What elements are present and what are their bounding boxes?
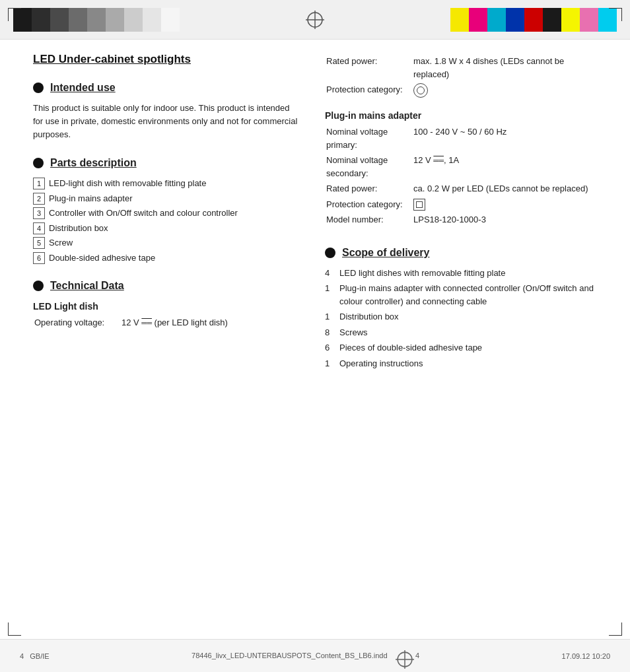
list-item: 1 Operating instructions [325, 357, 604, 370]
crosshair-footer-icon [396, 650, 407, 662]
technical-data-heading: Technical Data [33, 280, 298, 292]
nom-volt-secondary-label: Nominal voltagesecondary: [326, 153, 412, 180]
swatch-light2 [124, 8, 143, 32]
scope-heading: Scope of delivery [325, 247, 604, 259]
rated-power-value: max. 1.8 W x 4 dishes (LEDs cannot be re… [413, 54, 602, 81]
led-light-dish-subtitle: LED Light dish Operating voltage: 12 V ═… [33, 301, 298, 331]
list-item: 1 LED-light dish with removable fitting … [33, 177, 298, 190]
footer-page-info: 4 GB/IE [20, 652, 50, 660]
qty: 1 [325, 357, 339, 370]
list-item: 4 LED light dishes with removable fittin… [325, 267, 604, 280]
scope-list: 4 LED light dishes with removable fittin… [325, 267, 604, 370]
item-number: 5 [33, 237, 45, 249]
nom-volt-secondary-value: 12 V ══, 1A [413, 153, 602, 180]
main-content: LED Under-cabinet spotlights Intended us… [0, 40, 630, 379]
bullet-circle-icon-4 [325, 248, 335, 258]
model-number-value: LPS18-120-1000-3 [413, 213, 602, 227]
item-number: 1 [33, 178, 45, 189]
rated-power-label: Rated power: [326, 54, 412, 81]
protection-cat-value [413, 83, 602, 98]
swatch-mid1 [69, 8, 87, 32]
page-number: 4 [20, 652, 24, 660]
swatch-magenta [469, 8, 487, 32]
corner-mark-br [609, 622, 622, 636]
left-column: LED Under-cabinet spotlights Intended us… [33, 53, 318, 372]
parts-list: 1 LED-light dish with removable fitting … [33, 177, 298, 264]
table-row: Operating voltage: 12 V ══ (per LED ligh… [34, 316, 297, 330]
item-text: Distribution box [339, 310, 399, 323]
list-item: 1 Distribution box [325, 310, 604, 323]
parts-description-heading: Parts description [33, 157, 298, 169]
technical-data-section: Technical Data LED Light dish Operating … [33, 280, 298, 331]
footer-locale: GB/IE [30, 652, 49, 660]
item-text: Distribution box [49, 222, 108, 235]
item-text: Screws [339, 326, 368, 339]
swatches-left [13, 8, 180, 32]
led-dish-right-table: Rated power: max. 1.8 W x 4 dishes (LEDs… [325, 53, 604, 100]
corner-mark-bl [8, 622, 21, 636]
item-text: Operating instructions [339, 357, 423, 370]
op-voltage-label: Operating voltage: [34, 316, 120, 330]
list-item: 4 Distribution box [33, 222, 298, 235]
top-color-bar [0, 0, 630, 40]
footer-bar: 4 GB/IE 78446_livx_LED-UNTERBAUSPOTS_Con… [0, 639, 630, 672]
page-title: LED Under-cabinet spotlights [33, 53, 298, 66]
intended-use-body: This product is suitable only for indoor… [33, 102, 298, 141]
intended-use-heading: Intended use [33, 82, 298, 94]
led-dish-right-specs: Rated power: max. 1.8 W x 4 dishes (LEDs… [325, 53, 604, 100]
bullet-circle-icon-3 [33, 281, 44, 291]
rated-power-value-2: ca. 0.2 W per LED (LEDs cannot be replac… [413, 182, 602, 196]
bullet-circle-icon [33, 83, 44, 93]
item-text: Screw [49, 236, 73, 250]
list-item: 5 Screw [33, 236, 298, 250]
footer-page-num2: 4 [415, 651, 419, 659]
nom-volt-primary-label: Nominal voltageprimary: [326, 125, 412, 152]
footer-center: 78446_livx_LED-UNTERBAUSPOTS_Content_BS_… [192, 650, 419, 662]
swatch-blue [506, 8, 524, 32]
swatch-yellow2 [561, 8, 580, 32]
scope-of-delivery-section: Scope of delivery 4 LED light dishes wit… [325, 247, 604, 370]
swatch-pink [580, 8, 598, 32]
corner-mark-tl [8, 8, 21, 21]
swatch-yellow [450, 8, 469, 32]
qty: 1 [325, 282, 339, 295]
model-number-label: Model number: [326, 213, 412, 227]
table-row: Nominal voltagesecondary: 12 V ══, 1A [326, 153, 602, 180]
table-row: Model number: LPS18-120-1000-3 [326, 213, 602, 227]
corner-mark-tr [609, 8, 622, 21]
protection-cat-value-2 [413, 197, 602, 212]
item-text: Controller with On/Off switch and colour… [49, 207, 238, 220]
swatch-white [161, 8, 180, 32]
swatch-lighter [143, 8, 161, 32]
list-item: 3 Controller with On/Off switch and colo… [33, 207, 298, 220]
item-number: 3 [33, 207, 45, 219]
swatch-dark1 [32, 8, 50, 32]
crosshair-center-icon [306, 11, 324, 29]
plug-in-adapter-table: Nominal voltageprimary: 100 - 240 V ~ 50… [325, 123, 604, 228]
qty: 1 [325, 310, 339, 323]
swatch-mid2 [87, 8, 106, 32]
scope-title: Scope of delivery [342, 247, 430, 259]
item-text: Pieces of double-sided adhesive tape [339, 341, 482, 354]
swatch-cyan [487, 8, 506, 32]
qty: 4 [325, 267, 339, 280]
qty: 6 [325, 341, 339, 354]
footer-timestamp: 17.09.12 10:20 [562, 652, 610, 660]
item-text: LED light dishes with removable fitting … [339, 267, 505, 280]
intended-use-title: Intended use [50, 82, 116, 94]
led-dish-table: Operating voltage: 12 V ══ (per LED ligh… [33, 314, 298, 331]
parts-description-section: Parts description 1 LED-light dish with … [33, 157, 298, 264]
swatch-black2 [543, 8, 561, 32]
item-number: 2 [33, 193, 45, 205]
table-row: Nominal voltageprimary: 100 - 240 V ~ 50… [326, 125, 602, 152]
table-row: Protection category: [326, 197, 602, 212]
list-item: 6 Double-sided adhesive tape [33, 252, 298, 265]
list-item: 2 Plug-in mains adapter [33, 192, 298, 205]
parts-description-title: Parts description [50, 157, 137, 169]
table-row: Rated power: ca. 0.2 W per LED (LEDs can… [326, 182, 602, 196]
qty: 8 [325, 326, 339, 339]
footer-filename: 78446_livx_LED-UNTERBAUSPOTS_Content_BS_… [192, 651, 388, 659]
intended-use-section: Intended use This product is suitable on… [33, 82, 298, 141]
item-number: 6 [33, 252, 45, 264]
item-text: Plug-in mains adapter with connected con… [339, 282, 604, 308]
